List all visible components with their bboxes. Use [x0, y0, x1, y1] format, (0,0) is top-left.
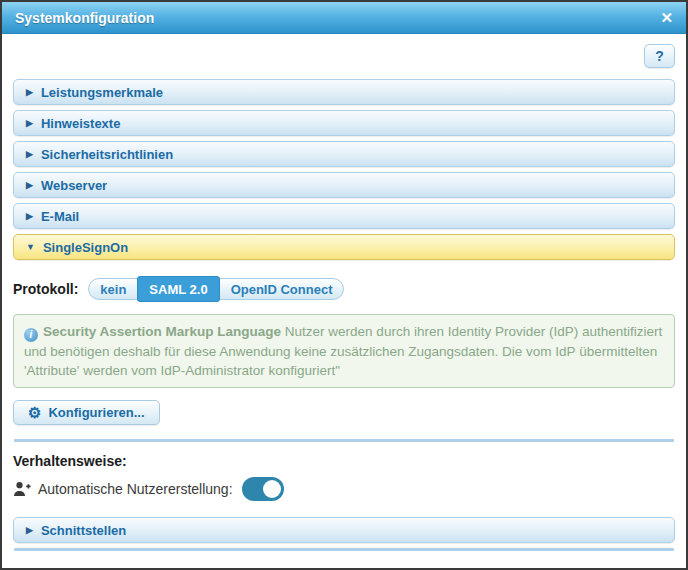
accordion-sicherheitsrichtlinien[interactable]: ▶ Sicherheitsrichtlinien: [13, 141, 675, 167]
chevron-right-icon: ▶: [26, 149, 33, 159]
auto-user-toggle[interactable]: [242, 477, 284, 501]
toggle-knob: [263, 480, 281, 498]
divider: [14, 548, 674, 551]
accordion-leistungsmerkmale[interactable]: ▶ Leistungsmerkmale: [13, 79, 675, 105]
gear-icon: ⚙: [28, 405, 41, 420]
accordion-label: Hinweistexte: [41, 116, 120, 131]
behavior-heading: Verhaltensweise:: [13, 453, 675, 469]
dialog-body: ? ▶ Leistungsmerkmale ▶ Hinweistexte ▶ S…: [2, 34, 686, 570]
accordion-label: Leistungsmerkmale: [41, 85, 163, 100]
chevron-right-icon: ▶: [26, 118, 33, 128]
info-icon: i: [24, 328, 38, 342]
chevron-right-icon: ▶: [26, 211, 33, 221]
system-config-dialog: Systemkonfiguration ✕ ? ▶ Leistungsmerkm…: [0, 0, 688, 570]
accordion-webserver[interactable]: ▶ Webserver: [13, 172, 675, 198]
protocol-row: Protokoll: kein SAML 2.0 OpenID Connect: [13, 276, 675, 302]
accordion-label: E-Mail: [41, 209, 79, 224]
chevron-right-icon: ▶: [26, 180, 33, 190]
configure-button[interactable]: ⚙ Konfigurieren...: [13, 400, 160, 425]
accordion-hinweistexte[interactable]: ▶ Hinweistexte: [13, 110, 675, 136]
info-title: Security Assertion Markup Language: [43, 324, 281, 339]
chevron-down-icon: ▼: [26, 242, 35, 252]
accordion-label: Sicherheitsrichtlinien: [41, 147, 173, 162]
saml-info-box: iSecurity Assertion Markup Language Nutz…: [13, 314, 675, 388]
accordion-email[interactable]: ▶ E-Mail: [13, 203, 675, 229]
accordion-label: SingleSignOn: [43, 240, 128, 255]
protocol-segmented-control: kein SAML 2.0 OpenID Connect: [88, 276, 344, 302]
protocol-label: Protokoll:: [13, 281, 78, 297]
accordion-singlesignon[interactable]: ▼ SingleSignOn: [13, 234, 675, 260]
configure-button-label: Konfigurieren...: [48, 405, 144, 420]
accordion-label: Webserver: [41, 178, 107, 193]
dialog-title: Systemkonfiguration: [15, 10, 154, 26]
protocol-option-saml[interactable]: SAML 2.0: [137, 276, 219, 302]
user-add-icon: [13, 481, 32, 497]
accordion-schnittstellen[interactable]: ▶ Schnittstellen: [13, 517, 675, 543]
chevron-right-icon: ▶: [26, 87, 33, 97]
protocol-option-kein[interactable]: kein: [88, 278, 138, 300]
dialog-titlebar: Systemkonfiguration ✕: [2, 2, 686, 34]
auto-user-label: Automatische Nutzererstellung:: [38, 481, 233, 497]
help-button[interactable]: ?: [644, 44, 675, 68]
chevron-right-icon: ▶: [26, 525, 33, 535]
close-icon[interactable]: ✕: [660, 10, 673, 25]
help-row: ?: [12, 44, 675, 68]
accordion-label: Schnittstellen: [41, 523, 126, 538]
auto-user-row: Automatische Nutzererstellung:: [13, 477, 675, 501]
protocol-option-openid[interactable]: OpenID Connect: [219, 278, 345, 300]
divider: [14, 439, 674, 442]
